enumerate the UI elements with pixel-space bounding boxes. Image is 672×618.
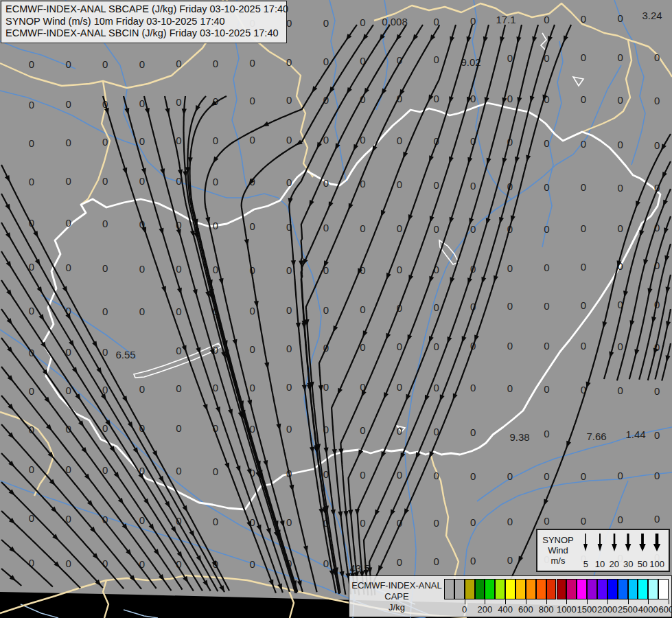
- cape-swatch: [485, 579, 495, 599]
- map-value-label: 0: [544, 470, 549, 482]
- cape-tick-label: 0: [462, 604, 467, 615]
- map-value-label: 0: [470, 516, 476, 528]
- synop-speed-value: 10: [595, 559, 605, 569]
- map-value-label: 0: [397, 381, 402, 393]
- map-value-label: 0: [581, 222, 586, 234]
- map-value-label: 0: [139, 514, 145, 526]
- map-value-label: 0: [397, 556, 402, 568]
- map-value-label: 0: [433, 341, 439, 352]
- map-value-label: 0: [544, 262, 549, 273]
- map-value-label: 0: [617, 470, 623, 481]
- map-value-label: 0: [249, 305, 255, 317]
- map-value-label: 0: [249, 343, 255, 355]
- map-value-label: 0: [507, 300, 513, 312]
- map-value-label: 0: [544, 181, 549, 193]
- map-value-label: 0: [102, 306, 108, 317]
- map-value-label: 0: [213, 516, 218, 527]
- map-value-label: 0: [397, 469, 402, 481]
- map-value-label: 0: [286, 423, 292, 435]
- synop-arrow-scale: 5 10 20 30 50 100: [579, 530, 669, 571]
- synop-speed-item: 50: [636, 533, 650, 569]
- cape-tick: [546, 599, 547, 604]
- cape-tick-label: 6000: [659, 604, 672, 615]
- map-value-label: 0: [139, 135, 145, 147]
- map-value-label: 0: [544, 515, 549, 527]
- map-value-label: 0: [470, 426, 476, 438]
- map-value-label: 0: [433, 556, 439, 567]
- title-line-sbcin: ECMWF-INDEX-ANAL SBCIN (J/kg) Friday 03-…: [5, 27, 281, 40]
- map-value-label: 0: [581, 13, 586, 25]
- map-value-label: 0: [286, 264, 292, 276]
- map-value-label: 0: [360, 469, 365, 481]
- map-title-box: ECMWF-INDEX-ANAL SBCAPE (J/kg) Friday 03…: [1, 1, 287, 43]
- map-value-label: 0: [323, 222, 329, 233]
- map-value-label: 0: [581, 138, 586, 150]
- map-value-label: 0: [139, 175, 145, 187]
- cape-swatch: [587, 579, 597, 599]
- map-value-label: 0: [507, 52, 513, 64]
- map-land-background: [0, 0, 672, 618]
- map-value-label: 0: [102, 175, 108, 187]
- map-value-label: 0: [286, 381, 292, 393]
- wind-arrow-icon: [623, 533, 634, 551]
- map-value-label: 0: [581, 181, 586, 193]
- synop-speed-value: 100: [649, 559, 664, 569]
- map-value-label: 3.24: [642, 10, 662, 21]
- map-value-label: 0: [470, 15, 476, 27]
- map-value-label: 0: [507, 382, 513, 394]
- map-value-label: 0: [617, 341, 623, 352]
- map-value-label: 0: [360, 517, 365, 529]
- cape-swatch: [638, 579, 648, 599]
- map-value-label: 0: [65, 262, 71, 273]
- cape-swatch: [515, 579, 526, 599]
- map-value-label: 0: [176, 58, 181, 69]
- cape-tick-label: 600: [518, 604, 533, 615]
- map-value-label: 0: [65, 217, 71, 229]
- synop-speed-item: 10: [593, 533, 607, 569]
- map-value-label: 0: [433, 517, 439, 529]
- map-value-label: 0: [213, 220, 218, 231]
- map-value-label: 0: [249, 95, 255, 106]
- map-value-label: 6.55: [115, 349, 135, 360]
- cape-swatch: [557, 579, 567, 599]
- map-value-label: 0: [286, 94, 292, 106]
- map-value-label: 0: [139, 383, 145, 395]
- cape-swatch: [618, 579, 628, 599]
- map-value-label: 0: [654, 95, 660, 106]
- map-value-label: 0: [507, 262, 513, 274]
- map-value-label: 0: [470, 555, 476, 566]
- map-value-label: 0: [102, 58, 108, 70]
- synop-legend-line2: Wind: [548, 545, 568, 556]
- cape-legend-line2: CAPE: [384, 591, 408, 602]
- map-value-label: 0: [470, 223, 476, 235]
- map-value-label: 0: [507, 93, 513, 104]
- map-value-label: 0: [581, 52, 586, 63]
- title-line-wind: SYNOP Wind (m/s) 10m Friday 03-10-2025 1…: [5, 16, 281, 28]
- map-value-label: 0: [213, 466, 218, 477]
- map-value-label: 0: [544, 340, 549, 352]
- map-value-label: 0: [617, 139, 623, 150]
- cape-swatch: [536, 579, 546, 599]
- synop-wind-legend: SYNOP Wind m/s 5 10 20 30 50: [536, 529, 670, 572]
- map-value-label: 0: [433, 179, 439, 191]
- map-value-label: 0: [397, 179, 402, 190]
- map-value-label: 0: [102, 262, 108, 274]
- map-value-label: 0: [249, 134, 255, 146]
- map-value-label: 0: [286, 176, 292, 188]
- map-value-label: 0: [544, 428, 549, 439]
- map-value-label: 0: [581, 93, 586, 105]
- map-value-label: 0: [397, 264, 402, 275]
- cape-colorbar: 0200400600800100015002000250040006000: [444, 579, 669, 617]
- weather-map-viewport: 0000000000000000000000000000000000000000…: [0, 0, 672, 618]
- map-value-label: 0: [102, 422, 108, 434]
- cape-legend-line1: ECMWF-INDEX-ANAL: [351, 580, 441, 591]
- cape-tick: [669, 599, 669, 604]
- map-value-label: 0: [470, 470, 476, 482]
- map-value-label: 0: [360, 16, 365, 28]
- cape-swatch: [577, 579, 587, 599]
- map-value-label: 0: [654, 429, 660, 441]
- cape-tick-label: 1000: [557, 604, 577, 615]
- cape-swatch: [628, 579, 638, 599]
- map-value-label: 0: [176, 422, 181, 434]
- map-value-label: 0: [139, 306, 145, 317]
